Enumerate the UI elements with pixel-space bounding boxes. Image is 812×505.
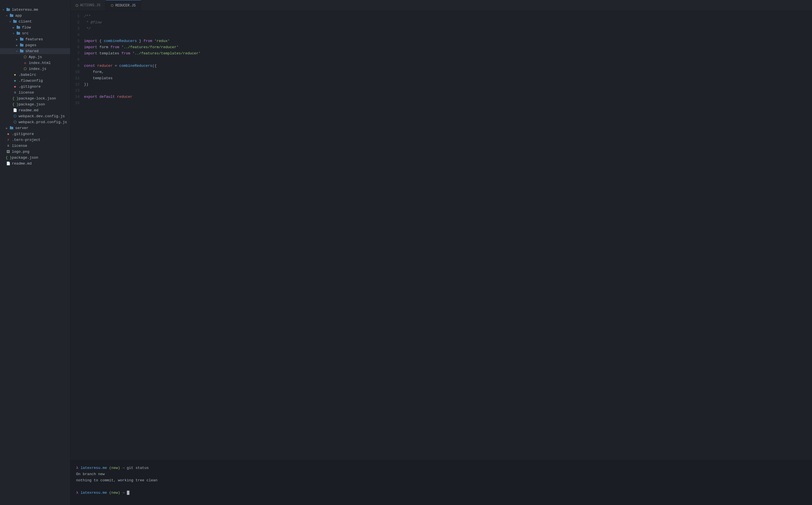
tree-icon-webpack-prod: ⬡ (12, 120, 17, 124)
code-line-5: 5import { combineReducers } from 'redux' (71, 38, 812, 44)
svg-rect-6 (17, 26, 20, 29)
token: reducer (117, 95, 133, 99)
file-tree: ▾latexresu.me▾app▾client▶flow▾src▶featur… (0, 7, 70, 167)
tree-label-pages: pages (25, 43, 36, 47)
term-line: nothing to commit, working tree clean (76, 477, 806, 484)
tree-item-webpack-dev[interactable]: ⬡webpack.dev.config.js (0, 113, 70, 119)
tree-item-index-html[interactable]: ◇index.html (0, 60, 70, 66)
tab-icon-actions-js: ⬡ (76, 4, 79, 7)
term-path: latexresu.me (81, 491, 107, 495)
svg-rect-17 (10, 126, 11, 127)
token: templates (97, 51, 122, 55)
term-branch: (new) (109, 491, 120, 495)
tree-item-features[interactable]: ▶features (0, 36, 70, 42)
tree-icon-babelrc: ● (12, 73, 17, 77)
code-line-12: 12}) (71, 81, 812, 88)
tree-icon-readme-root: 📄 (6, 161, 11, 166)
line-number-6: 6 (71, 44, 84, 50)
tree-item-index-js[interactable]: ⬡index.js (0, 66, 70, 72)
token: ({ (152, 64, 157, 68)
svg-rect-16 (10, 127, 13, 129)
tree-item-gitignore[interactable]: ◆.gitignore (0, 84, 70, 90)
term-output: On branch new (76, 472, 105, 476)
token: = (113, 64, 119, 68)
tab-label-actions-js: ACTIONS.JS (80, 3, 100, 7)
tree-item-flowconfig[interactable]: ◈.flowconfig (0, 78, 70, 84)
code-line-1: 1/** (71, 13, 812, 19)
term-cursor (127, 491, 129, 495)
token: form (97, 45, 111, 49)
tree-item-server[interactable]: ▶server (0, 125, 70, 131)
tree-label-package-json-root: package.json (12, 156, 38, 160)
tree-item-readme-md[interactable]: 📄readme.md (0, 107, 70, 113)
token: import (84, 39, 97, 43)
svg-rect-8 (17, 32, 20, 35)
token (130, 51, 133, 55)
tree-item-pages[interactable]: ▶pages (0, 42, 70, 48)
svg-rect-11 (20, 37, 21, 38)
tree-icon-latexresu-me (6, 8, 11, 12)
tree-item-logo-png[interactable]: 🖼logo.png (0, 149, 70, 155)
tree-item-gitignore-root[interactable]: ◆.gitignore (0, 131, 70, 137)
tree-icon-gitignore: ◆ (12, 85, 17, 89)
code-line-13: 13 (71, 88, 812, 94)
token: const (84, 64, 95, 68)
tree-item-app-js[interactable]: ⬡App.js (0, 54, 70, 60)
tree-icon-package-lock-json: { } (12, 97, 17, 101)
svg-rect-2 (10, 14, 13, 17)
svg-rect-12 (20, 44, 23, 46)
tree-item-app[interactable]: ▾app (0, 13, 70, 19)
tree-arrow-client: ▾ (8, 20, 12, 23)
tab-reducer-js[interactable]: ⬡REDUCER.JS (106, 0, 141, 11)
token: */ (84, 26, 91, 31)
line-content-5: import { combineReducers } from 'redux' (84, 38, 812, 44)
tab-icon-reducer-js: ⬡ (111, 4, 114, 7)
token: { (97, 39, 104, 43)
code-line-9: 9const reducer = combineReducers({ (71, 63, 812, 69)
tree-label-babelrc: .babelrc (19, 73, 36, 77)
svg-rect-10 (20, 38, 23, 41)
line-number-9: 9 (71, 63, 84, 69)
tree-item-package-lock-json[interactable]: { }package-lock.json (0, 96, 70, 102)
tree-icon-app-js: ⬡ (23, 55, 28, 59)
tab-bar: ⬡ACTIONS.JS⬡REDUCER.JS (71, 0, 812, 11)
tree-icon-logo-png: 🖼 (6, 150, 11, 154)
svg-rect-0 (6, 8, 10, 11)
tree-item-shared[interactable]: ▾shared (0, 48, 70, 54)
tree-item-license-root[interactable]: ≡license (0, 143, 70, 149)
main-panel: ⬡ACTIONS.JS⬡REDUCER.JS 1/**2 * @flow3 */… (71, 0, 812, 505)
sidebar-header (0, 0, 70, 7)
line-number-10: 10 (71, 69, 84, 75)
code-line-6: 6import form from '../features/form/redu… (71, 44, 812, 50)
tree-item-babelrc[interactable]: ●.babelrc (0, 72, 70, 78)
tree-icon-shared (19, 49, 24, 53)
tree-item-readme-root[interactable]: 📄readme.md (0, 161, 70, 167)
tree-arrow-server: ▶ (5, 127, 9, 130)
token: '../features/form/reducer' (122, 45, 179, 49)
tree-item-client[interactable]: ▾client (0, 19, 70, 24)
tree-item-webpack-prod[interactable]: ⬡webpack.prod.config.js (0, 119, 70, 125)
svg-rect-13 (20, 43, 21, 44)
line-content-9: const reducer = combineReducers({ (84, 63, 812, 69)
token: templates (84, 76, 113, 80)
tree-item-tern-project[interactable]: ⚡.tern-project (0, 137, 70, 143)
tree-item-package-json[interactable]: { }package.json (0, 102, 70, 107)
tree-label-index-js: index.js (29, 67, 46, 71)
tree-label-latexresu-me: latexresu.me (12, 8, 38, 12)
tree-item-license[interactable]: ≡license (0, 90, 70, 96)
term-line: λ latexresu.me (new) → git status (76, 465, 806, 471)
svg-rect-4 (13, 20, 17, 23)
tree-icon-license-root: ≡ (6, 144, 11, 148)
tree-item-latexresu-me[interactable]: ▾latexresu.me (0, 7, 70, 13)
tree-label-webpack-prod: webpack.prod.config.js (19, 120, 67, 124)
token: }) (84, 82, 89, 87)
code-line-11: 11 templates (71, 75, 812, 81)
tree-item-src[interactable]: ▾src (0, 30, 70, 36)
tree-item-flow[interactable]: ▶flow (0, 24, 70, 30)
tree-arrow-app: ▾ (5, 14, 9, 17)
tab-actions-js[interactable]: ⬡ACTIONS.JS (71, 0, 106, 11)
tree-icon-license: ≡ (12, 91, 17, 95)
term-arrow: → (122, 491, 125, 495)
tree-item-package-json-root[interactable]: { }package.json (0, 155, 70, 161)
tree-arrow-flow: ▶ (11, 26, 16, 29)
